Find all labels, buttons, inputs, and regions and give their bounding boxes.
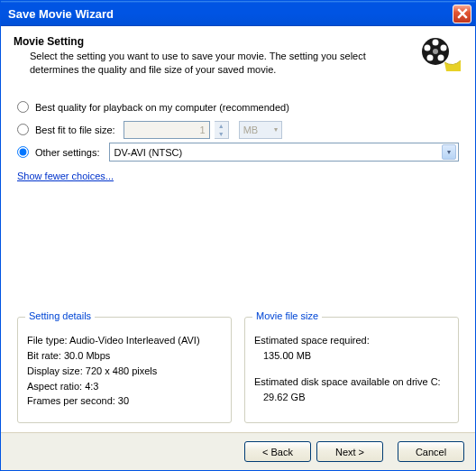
space-required-label: Estimated space required: [254,334,449,347]
detail-filetype: File type: Audio-Video Interleaved (AVI) [27,334,222,347]
wizard-body: Best quality for playback on my computer… [1,89,475,432]
movie-filesize-group: Movie file size Estimated space required… [244,317,459,423]
chevron-down-icon: ▾ [442,144,456,160]
svg-point-5 [427,55,434,61]
close-button[interactable] [453,5,471,23]
titlebar: Save Movie Wizard [1,1,475,26]
space-available-value: 29.62 GB [254,391,449,404]
chevron-down-icon: ▾ [274,125,278,134]
chevron-up-icon: ▲ [215,122,228,130]
filesize-unit-value: MB [243,125,259,135]
format-select[interactable]: DV-AVI (NTSC) ▾ [109,143,459,162]
page-heading: Movie Setting [14,35,408,48]
filesize-unit-select: MB ▾ [239,121,282,139]
detail-aspect: Aspect ratio: 4:3 [27,380,222,393]
option-best-fit-label: Best fit to file size: [35,125,115,135]
close-icon [457,8,468,19]
detail-fps: Frames per second: 30 [27,394,222,408]
radio-other-settings[interactable] [17,146,29,158]
movie-reel-icon [417,35,462,75]
detail-bitrate: Bit rate: 30.0 Mbps [27,349,222,363]
chevron-down-icon: ▼ [215,130,228,138]
back-button[interactable]: < Back [244,441,311,462]
page-description: Select the setting you want to use to sa… [30,50,408,77]
option-other-settings: Other settings: DV-AVI (NTSC) ▾ [17,143,459,162]
show-fewer-link[interactable]: Show fewer choices... [17,171,114,181]
option-best-quality[interactable]: Best quality for playback on my computer… [17,97,459,117]
format-select-value: DV-AVI (NTSC) [114,147,183,158]
option-other-label: Other settings: [35,147,100,158]
movie-filesize-legend: Movie file size [252,310,322,321]
svg-point-6 [425,45,431,51]
window-title: Save Movie Wizard [8,7,453,21]
wizard-footer: < Back Next > Cancel [1,432,475,470]
radio-best-quality[interactable] [17,101,29,113]
wizard-header: Movie Setting Select the setting you wan… [1,26,475,89]
svg-point-4 [438,55,444,61]
setting-details-group: Setting details File type: Audio-Video I… [17,317,232,423]
next-button[interactable]: Next > [316,441,383,462]
option-best-fit: Best fit to file size: ▲ ▼ MB ▾ [17,120,459,140]
space-available-label: Estimated disk space available on drive … [254,375,449,389]
filesize-input [124,121,210,139]
setting-details-legend: Setting details [25,310,95,321]
filesize-spinner: ▲ ▼ [215,121,229,139]
radio-best-fit[interactable] [17,124,29,135]
svg-point-1 [433,49,438,54]
save-movie-wizard-window: Save Movie Wizard Movie Setting Select t… [0,0,476,471]
option-best-quality-label: Best quality for playback on my computer… [35,102,289,113]
detail-display: Display size: 720 x 480 pixels [27,365,222,378]
svg-point-3 [441,45,447,51]
cancel-button[interactable]: Cancel [398,441,464,462]
svg-point-2 [433,40,439,46]
space-required-value: 135.00 MB [254,349,449,363]
